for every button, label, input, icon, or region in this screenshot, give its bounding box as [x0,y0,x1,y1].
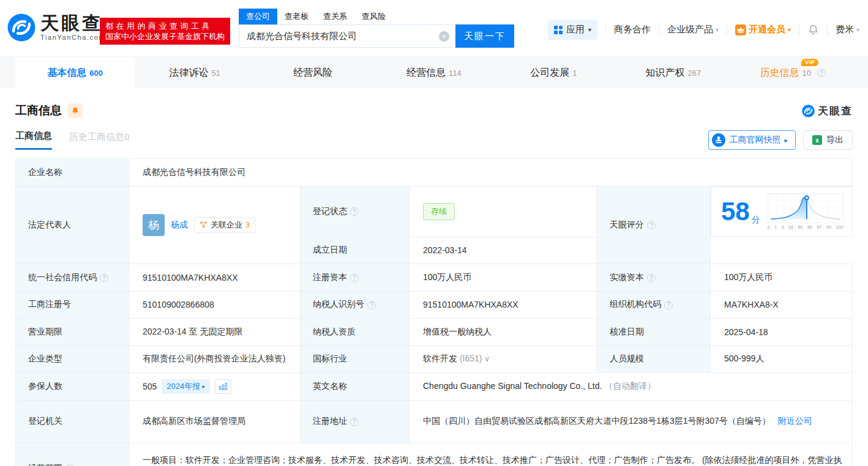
company-tab-bar: 基本信息 600 法律诉讼 51 经营风险 经营信息 114 公司发展 1 知识… [0,56,868,88]
search-tab-company[interactable]: 查公司 [239,9,277,24]
company-name-value: 成都光合信号科技有限公司 [129,159,853,187]
business-scope-value: 一般项目：软件开发；企业管理咨询；技术服务、技术开发、技术咨询、技术交流、技术转… [129,443,853,466]
tab-operational-risk[interactable]: 经营风险 [255,57,374,89]
tianyancha-watermark: 天眼查 [802,104,853,118]
top-header: 天眼查 TianYanCha.com 都在用的商业查询工具 国家中小企业发展子基… [0,0,868,56]
vip-badge: VIP [801,59,818,66]
arrow-right-icon: ▸ [784,136,788,144]
nav-user-menu[interactable]: 费米 ▾ [836,24,859,35]
clear-icon[interactable]: × [439,31,449,42]
tab-legal-proceedings[interactable]: 法律诉讼 51 [135,57,254,89]
org-code-label: 组织机构代码? [597,291,711,318]
monitor-bell-icon[interactable] [68,103,83,118]
annual-report-label: 2024年报 [166,381,200,392]
legal-rep-name-link[interactable]: 杨成 [171,220,188,231]
stamp-icon [712,133,725,147]
search-input[interactable] [239,25,455,47]
nav-vip-membership[interactable]: 开通会员 ▾ [735,24,791,35]
related-companies-count: 3 [245,220,250,229]
reg-status-value: 存续 [410,187,597,237]
approved-date-label: 核准日期 [597,318,711,346]
reg-authority-value: 成都高新区市场监督管理局 [129,400,301,443]
tab-count: 1 [572,68,577,78]
company-type-label: 企业类型 [16,346,129,372]
score-number: 58 [721,199,750,224]
apps-grid-icon [554,26,563,34]
table-row: 企业类型 有限责任公司(外商投资企业法人独资) 国标行业 软件开发 (I651)… [16,346,853,372]
chevron-down-icon[interactable]: ∨ [484,355,490,363]
legal-rep-value: 杨 杨成 关联企业 3 [129,187,301,264]
table-row: 统一社会信用代码? 91510100MA7KHXA8XX 注册资本? 100万人… [16,264,853,291]
search-type-tabs: 查公司 查老板 查关系 查风险 [239,9,514,24]
search-tab-boss[interactable]: 查老板 [277,9,316,24]
paid-capital-label: 实缴资本? [597,264,711,291]
business-info-table: 企业名称 成都光合信号科技有限公司 法定代表人 杨 杨成 关联企业 3 [15,158,853,466]
industry-value: 软件开发 (I651) ∨ [410,346,597,372]
subtab-history-registration[interactable]: 历史工商信息0 [69,131,129,149]
tianyancha-logo[interactable]: 天眼查 TianYanCha.com [7,13,105,42]
tab-label: 经营信息 [406,67,446,80]
tab-count: 10 [803,68,811,78]
official-snapshot-button[interactable]: 工商官网快照 ▸ [708,130,796,150]
logo-subtitle: TianYanCha.com [40,34,105,41]
tab-basic-info[interactable]: 基本信息 600 [15,57,135,89]
tab-company-development[interactable]: 公司发展 1 [494,57,613,89]
search-input-box: × [239,24,455,48]
help-icon[interactable]: ? [350,207,359,216]
caret-down-icon: ▾ [788,26,791,33]
taxpayer-type-value: 增值税一般纳税人 [410,318,597,346]
trend-chart-button[interactable] [215,379,231,394]
help-icon[interactable]: ? [350,418,359,426]
username-label: 费米 [836,24,854,35]
nearby-companies-link[interactable]: 附近公司 [778,416,812,426]
export-label: 导出 [826,135,844,146]
search-button[interactable]: 天眼一下 [455,24,514,48]
header-nav: 应用 ▾ 商务合作 企业级产品 ▾ 开通会员 ▾ [548,20,859,40]
reg-authority-label: 登记机关 [16,400,129,443]
search-tab-risk[interactable]: 查风险 [354,9,393,24]
help-icon[interactable]: ? [367,301,376,309]
slogan-line2: 国家中小企业发展子基金旗下机构 [105,31,225,42]
caret-down-icon: ▾ [716,26,719,33]
tab-business-info[interactable]: 经营信息 114 [374,57,493,89]
tab-label: 历史信息 [760,67,799,80]
staff-size-label: 人员规模 [597,346,711,372]
nav-business-cooperation[interactable]: 商务合作 [614,24,651,35]
help-icon[interactable]: ? [647,221,656,229]
help-icon[interactable]: ? [647,273,656,282]
table-row: 法定代表人 杨 杨成 关联企业 3 登记状态? [16,187,853,237]
insured-number: 505 [143,382,157,391]
business-cooperation-label: 商务合作 [614,24,651,35]
legal-rep-avatar[interactable]: 杨 [143,214,165,236]
taxpayer-type-label: 纳税人资质 [301,318,410,346]
notification-bell-icon[interactable] [807,24,819,35]
tab-intellectual-property[interactable]: 知识产权 267 [613,57,733,89]
related-companies-badge[interactable]: 关联企业 3 [194,217,255,233]
help-icon[interactable]: ? [664,301,673,309]
table-row: 参保人数 505 2024年报 ▸ [16,372,853,400]
arrow-right-icon: ▸ [202,383,205,390]
help-icon[interactable]: ? [100,273,108,282]
reg-no-value: 510109002866808 [129,291,301,318]
paid-capital-value: 100万人民币 [711,264,853,291]
nav-enterprise-products[interactable]: 企业级产品 ▾ [667,24,719,35]
help-icon[interactable]: ? [817,68,826,77]
auto-translate-note: （自动翻译） [604,381,656,391]
tab-history-info[interactable]: VIP 历史信息 10 ? [733,57,853,89]
legal-rep-label: 法定代表人 [16,187,129,264]
reg-address-value: 中国（四川）自由贸易试验区成都高新区天府大道中段1238号1栋3层1号附307号… [410,400,853,443]
reg-no-label: 工商注册号 [16,291,129,318]
apps-menu[interactable]: 应用 ▾ [548,20,597,40]
related-companies-icon [200,221,208,229]
export-button[interactable]: x 导出 [803,130,853,150]
annual-report-badge[interactable]: 2024年报 ▸ [162,379,210,394]
credit-code-value: 91510100MA7KHXA8XX [129,264,301,291]
insured-count-value: 505 2024年报 ▸ [129,372,301,400]
subtab-business-registration[interactable]: 工商信息 [15,130,52,150]
reg-status-label: 登记状态? [301,187,410,237]
business-scope-label: 经营范围? [16,443,129,466]
search-tab-relation[interactable]: 查关系 [316,9,354,24]
score-distribution-chart: 01 315 5085 9799 100 [768,193,844,230]
tab-count: 267 [687,68,701,78]
help-icon[interactable]: ? [350,273,359,282]
